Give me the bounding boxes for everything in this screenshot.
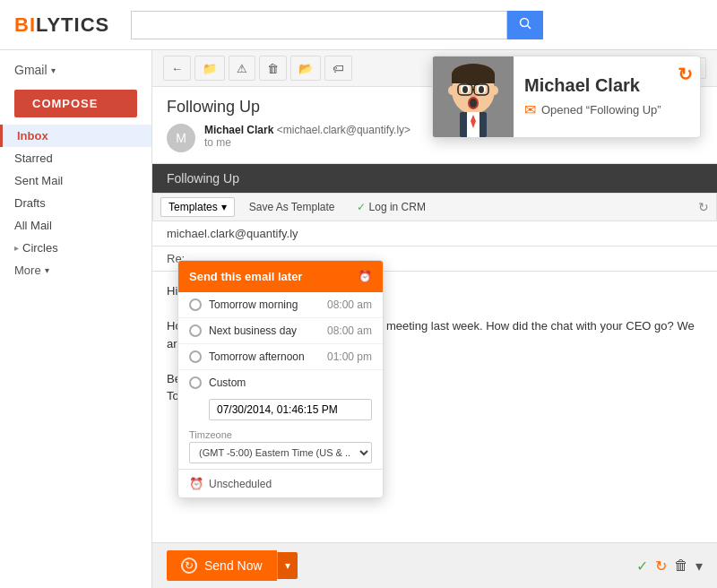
log-crm-label: Log in CRM <box>369 201 426 213</box>
schedule-option-custom[interactable]: Custom <box>178 370 383 395</box>
send-button-group: ↻ Send Now ▾ <box>167 550 298 581</box>
send-actions: ✓ ↻ 🗑 ▾ <box>636 558 703 575</box>
contact-photo-image <box>433 56 514 137</box>
contact-info: Michael Clark ✉ Opened “Following Up” <box>514 65 700 129</box>
compose-area-header: Following Up <box>152 164 717 193</box>
timezone-section: Timzeone (GMT -5:00) Eastern Time (US & … <box>178 424 383 469</box>
schedule-title: Send this email later <box>189 270 302 283</box>
app-logo: BILYTICS <box>14 13 109 37</box>
sync-button[interactable]: ↻ <box>655 558 667 575</box>
custom-datetime-input[interactable] <box>209 399 372 420</box>
svg-point-11 <box>479 86 484 93</box>
starred-label: Starred <box>14 151 53 165</box>
sidebar-item-inbox[interactable]: Inbox <box>0 125 151 147</box>
circles-chevron-icon: ▸ <box>14 243 19 253</box>
radio-tomorrow-afternoon[interactable] <box>189 350 202 363</box>
recipient-field[interactable]: michael.clark@quantify.ly <box>152 221 717 246</box>
sender-avatar: M <box>167 124 195 152</box>
templates-label: Templates <box>168 201 218 213</box>
more-chevron-icon: ▾ <box>45 265 49 275</box>
compose-subject-label: Following Up <box>167 171 239 186</box>
schedule-option-next-business[interactable]: Next business day 08:00 am <box>178 318 383 344</box>
compose-toolbar: Templates ▾ Save As Template ✓ Log in CR… <box>152 193 717 221</box>
save-template-button[interactable]: Save As Template <box>242 198 342 216</box>
sidebar-item-drafts[interactable]: Drafts <box>0 192 151 214</box>
check-crm-button[interactable]: ✓ <box>636 558 648 575</box>
schedule-option-tomorrow-morning[interactable]: Tomorrow morning 08:00 am <box>178 292 383 318</box>
report-button[interactable]: ⚠ <box>229 56 255 81</box>
templates-button[interactable]: Templates ▾ <box>160 197 235 217</box>
contact-event: ✉ Opened “Following Up” <box>524 101 689 118</box>
archive-button[interactable]: 📁 <box>194 56 225 81</box>
label-button[interactable]: 🏷 <box>324 56 352 81</box>
contact-event-text: Opened “Following Up” <box>541 103 661 117</box>
inbox-label: Inbox <box>17 129 48 143</box>
logo-main: LYTICS <box>36 13 109 36</box>
checkmark-icon: ✓ <box>357 201 366 213</box>
allmail-label: All Mail <box>14 219 52 232</box>
back-button[interactable]: ← <box>163 56 191 81</box>
sent-label: Sent Mail <box>14 174 63 187</box>
delete-button[interactable]: 🗑 <box>259 56 287 81</box>
send-bar: ↻ Send Now ▾ ✓ ↻ 🗑 ▾ <box>152 542 717 588</box>
unscheduled-option[interactable]: ⏰ Unscheduled <box>178 469 383 497</box>
search-button[interactable] <box>507 11 543 39</box>
sidebar-item-sent[interactable]: Sent Mail <box>0 169 151 192</box>
schedule-clock-icon: ⏰ <box>358 270 372 283</box>
sidebar: Gmail ▾ COMPOSE Inbox Starred Sent Mail … <box>0 50 152 588</box>
send-now-label: Send Now <box>204 558 263 573</box>
svg-point-6 <box>448 86 455 95</box>
sync-icon: ↻ <box>655 558 667 574</box>
search-input[interactable] <box>131 11 507 39</box>
svg-point-17 <box>470 99 477 108</box>
label-icon: 🏷 <box>333 62 344 75</box>
sender-email: <michael.clark@quantify.ly> <box>277 124 410 136</box>
unscheduled-label: Unscheduled <box>209 478 272 490</box>
contact-photo <box>433 56 514 137</box>
sidebar-item-starred[interactable]: Starred <box>0 147 151 169</box>
archive-icon: 📁 <box>203 62 217 75</box>
top-bar: BILYTICS <box>0 0 717 50</box>
send-dropdown-button[interactable]: ▾ <box>277 552 298 579</box>
timezone-select[interactable]: (GMT -5:00) Eastern Time (US & ... <box>189 442 372 463</box>
check-icon: ✓ <box>636 558 648 574</box>
folder-icon: 📂 <box>298 62 313 75</box>
radio-custom[interactable] <box>189 376 202 389</box>
gmail-text: Gmail <box>14 63 48 77</box>
schedule-option-tomorrow-afternoon[interactable]: Tomorrow afternoon 01:00 pm <box>178 344 383 370</box>
tomorrow-afternoon-time: 01:00 pm <box>327 350 372 363</box>
svg-point-10 <box>462 86 468 93</box>
svg-point-7 <box>491 86 498 95</box>
contact-name: Michael Clark <box>524 75 689 96</box>
contact-popup: Michael Clark ✉ Opened “Following Up” ↻ <box>432 56 701 138</box>
sidebar-item-more[interactable]: More ▾ <box>0 259 151 281</box>
radio-next-business[interactable] <box>189 324 202 337</box>
drafts-label: Drafts <box>14 196 46 210</box>
send-dropdown-icon: ▾ <box>285 559 290 572</box>
move-button[interactable]: 📂 <box>290 56 321 81</box>
delete-icon: 🗑 <box>674 558 688 573</box>
gmail-arrow-icon: ▾ <box>51 65 56 75</box>
sidebar-item-circles[interactable]: ▸ Circles <box>0 237 151 259</box>
radio-tomorrow-morning[interactable] <box>189 298 202 311</box>
sidebar-item-allmail[interactable]: All Mail <box>0 214 151 237</box>
trash-icon: 🗑 <box>267 62 279 75</box>
sender-info: Michael Clark <michael.clark@quantify.ly… <box>204 124 410 149</box>
report-icon: ⚠ <box>237 62 247 75</box>
svg-rect-5 <box>452 74 495 83</box>
schedule-popup: Send this email later ⏰ Tomorrow morning… <box>177 260 384 498</box>
log-crm-button[interactable]: ✓ Log in CRM <box>350 198 433 216</box>
sender-name: Michael Clark <box>204 124 273 136</box>
unscheduled-clock-icon: ⏰ <box>189 477 203 490</box>
sender-to: to me <box>204 136 231 149</box>
tomorrow-morning-label: Tomorrow morning <box>209 298 298 311</box>
delete-send-button[interactable]: 🗑 <box>674 558 688 574</box>
gmail-label[interactable]: Gmail ▾ <box>0 57 151 82</box>
biolytics-brand-icon: ↻ <box>678 64 693 85</box>
send-now-button[interactable]: ↻ Send Now <box>167 550 277 581</box>
timezone-label: Timzeone <box>189 429 372 440</box>
refresh-button[interactable]: ↻ <box>698 200 709 214</box>
compose-button[interactable]: COMPOSE <box>14 90 137 117</box>
search-bar <box>131 11 543 39</box>
more-send-button[interactable]: ▾ <box>695 558 703 575</box>
